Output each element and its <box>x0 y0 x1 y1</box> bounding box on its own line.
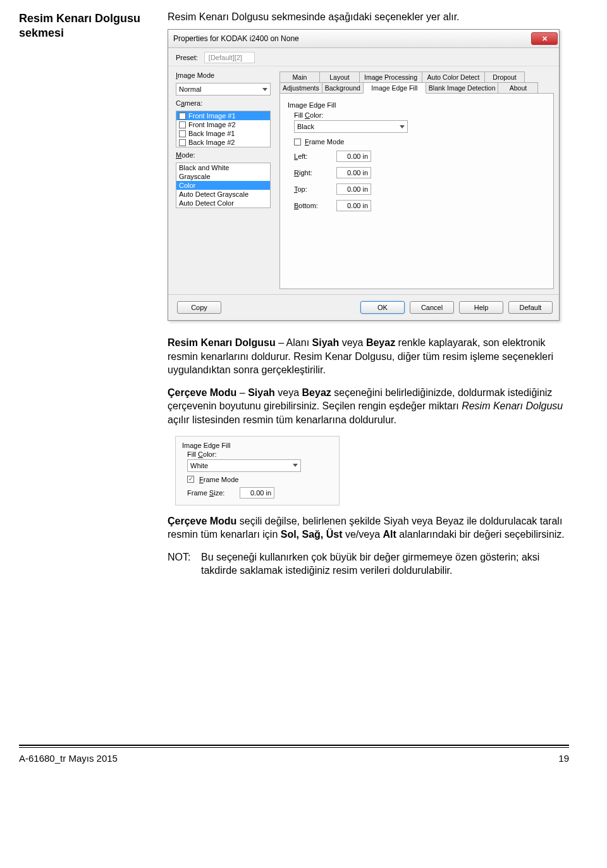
dialog-title: Properties for KODAK i2400 on None <box>173 34 299 43</box>
camera-item-label: Front Image #1 <box>188 112 236 120</box>
fill-color-combo[interactable]: Black <box>294 120 408 133</box>
image-mode-label: Image Mode <box>176 71 271 79</box>
right-input[interactable]: 0.00 in <box>336 167 371 178</box>
chevron-down-icon <box>293 464 298 467</box>
preset-row: Preset: [Default][2] <box>168 48 559 66</box>
tab-image-processing[interactable]: Image Processing <box>359 71 422 82</box>
left-label: Left: <box>294 152 329 160</box>
close-button[interactable]: ✕ <box>531 32 558 45</box>
camera-item-label: Back Image #2 <box>188 139 235 146</box>
mini-frame-size-label: Frame Size: <box>187 489 235 497</box>
paragraph-2: Çerçeve Modu – Siyah veya Beyaz seçeneği… <box>168 386 569 427</box>
mini-fill-color-combo[interactable]: White <box>187 459 301 472</box>
mini-frame-mode-checkbox[interactable] <box>187 476 194 483</box>
tab-auto-color-detect[interactable]: Auto Color Detect <box>422 71 485 82</box>
fill-color-value: Black <box>297 123 314 130</box>
camera-item[interactable]: Back Image #1 <box>176 129 270 138</box>
frame-mode-label: Frame Mode <box>305 138 344 146</box>
mini-frame-size-input[interactable]: 0.00 in <box>240 487 274 499</box>
tab-blank-image-detection[interactable]: Blank Image Detection <box>426 82 499 93</box>
mode-item[interactable]: Auto Detect Color <box>176 199 270 208</box>
tab-image-edge-fill[interactable]: Image Edge Fill <box>363 82 426 94</box>
tab-main[interactable]: Main <box>279 71 320 82</box>
copy-button[interactable]: Copy <box>177 301 221 314</box>
chevron-down-icon <box>262 88 267 91</box>
mini-panel: Image Edge Fill Fill Color: White Frame … <box>175 436 340 505</box>
tab-panel: Image Edge Fill Fill Color: Black Frame … <box>279 93 554 289</box>
image-mode-value: Normal <box>179 85 201 93</box>
preset-value[interactable]: [Default][2] <box>204 52 255 63</box>
camera-item[interactable]: Back Image #2 <box>176 138 270 147</box>
field-row: Right: 0.00 in <box>294 167 546 178</box>
cancel-button[interactable]: Cancel <box>410 301 454 314</box>
field-row: Top: 0.00 in <box>294 183 546 195</box>
tab-dropout[interactable]: Dropout <box>484 71 525 82</box>
page-footer: A-61680_tr Mayıs 2015 19 <box>19 745 569 764</box>
help-button[interactable]: Help <box>459 301 503 314</box>
camera-item[interactable]: ✓ Front Image #1 <box>176 111 270 120</box>
mode-listbox[interactable]: Black and White Grayscale Color Auto Det… <box>176 163 271 208</box>
mode-item[interactable]: Color <box>176 181 270 190</box>
fill-color-label: Fill Color: <box>294 111 546 119</box>
camera-label: Camera: <box>176 99 271 107</box>
mode-item[interactable]: Grayscale <box>176 172 270 181</box>
camera-item[interactable]: Front Image #2 <box>176 120 270 129</box>
top-input[interactable]: 0.00 in <box>336 183 371 195</box>
camera-item-label: Front Image #2 <box>188 121 236 128</box>
tab-about[interactable]: About <box>498 82 538 93</box>
ok-button[interactable]: OK <box>360 301 405 314</box>
page-number: 19 <box>558 753 569 764</box>
checkbox-icon: ✓ <box>179 113 186 120</box>
close-icon: ✕ <box>542 35 548 43</box>
right-label: Right: <box>294 169 329 177</box>
field-row: Bottom: 0.00 in <box>294 200 546 211</box>
note-paragraph: NOT: Bu seçeneği kullanırken çok büyük b… <box>168 550 569 578</box>
field-row: Left: 0.00 in <box>294 151 546 162</box>
mini-fill-color-value: White <box>190 462 208 469</box>
preset-label: Preset: <box>176 54 198 61</box>
footer-left: A-61680_tr Mayıs 2015 <box>19 753 118 764</box>
left-input[interactable]: 0.00 in <box>336 151 371 162</box>
frame-mode-checkbox[interactable] <box>294 139 301 146</box>
section-title: Resim Kenarı Dolgusu sekmesi <box>19 11 155 41</box>
camera-item-label: Back Image #1 <box>188 130 235 137</box>
tab-layout[interactable]: Layout <box>319 71 360 82</box>
properties-dialog: Properties for KODAK i2400 on None ✕ Pre… <box>168 29 560 321</box>
checkbox-icon <box>179 130 186 137</box>
mode-label: Mode: <box>176 151 271 159</box>
checkbox-icon <box>179 121 186 128</box>
mini-frame-mode-label: Frame Mode <box>199 476 238 483</box>
checkbox-icon <box>179 139 186 146</box>
mini-fill-color-label: Fill Color: <box>187 450 333 458</box>
image-mode-combo[interactable]: Normal <box>176 83 271 96</box>
camera-listbox[interactable]: ✓ Front Image #1 Front Image #2 Back Ima… <box>176 111 271 147</box>
note-body: Bu seçeneği kullanırken çok büyük bir de… <box>201 550 569 578</box>
note-label: NOT: <box>168 550 196 578</box>
top-label: Top: <box>294 185 329 193</box>
tab-background[interactable]: Background <box>322 82 364 93</box>
lead-paragraph: Resim Kenarı Dolgusu sekmesinde aşağıdak… <box>168 11 569 23</box>
dialog-titlebar: Properties for KODAK i2400 on None ✕ <box>168 30 559 48</box>
chevron-down-icon <box>400 125 405 128</box>
group-title: Image Edge Fill <box>288 101 546 109</box>
mini-group-title: Image Edge Fill <box>182 442 333 449</box>
dialog-footer: Copy OK Cancel Help Default <box>168 294 559 320</box>
bottom-label: Bottom: <box>294 202 329 209</box>
default-button[interactable]: Default <box>508 301 553 314</box>
paragraph-1: Resim Kenarı Dolgusu – Alanı Siyah veya … <box>168 336 569 377</box>
mode-item[interactable]: Black and White <box>176 163 270 172</box>
mode-item[interactable]: Auto Detect Grayscale <box>176 190 270 199</box>
tab-adjustments[interactable]: Adjustments <box>279 82 322 93</box>
bottom-input[interactable]: 0.00 in <box>336 200 371 211</box>
tabs: Main Layout Image Processing Auto Color … <box>279 71 554 93</box>
paragraph-3: Çerçeve Modu seçili değilse, belirlenen … <box>168 514 569 542</box>
